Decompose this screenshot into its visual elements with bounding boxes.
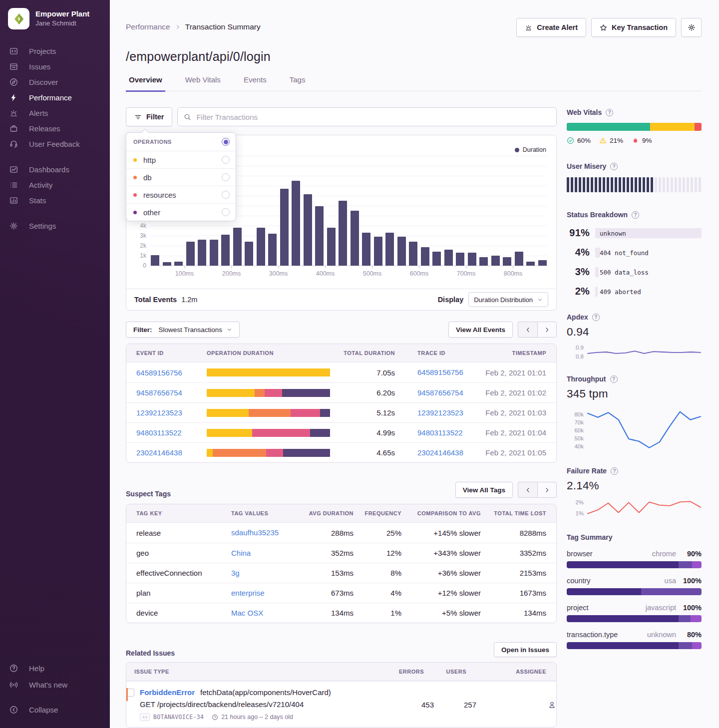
sidebar-item-performance[interactable]: Performance xyxy=(0,90,110,105)
operation-radio[interactable] xyxy=(222,191,230,199)
key-transaction-button[interactable]: Key Transaction xyxy=(591,18,676,37)
create-alert-button[interactable]: Create Alert xyxy=(516,18,586,37)
operations-option-resources[interactable]: resources xyxy=(126,186,236,203)
event-id-link[interactable]: 94803113522 xyxy=(136,428,207,437)
open-in-issues-button[interactable]: Open in Issues xyxy=(494,642,557,657)
help-icon[interactable] xyxy=(610,375,618,383)
operation-radio[interactable] xyxy=(222,173,230,181)
trace-id-link[interactable]: 12392123523 xyxy=(417,408,463,417)
histogram-bar[interactable] xyxy=(397,237,406,266)
histogram-bar[interactable] xyxy=(174,262,183,266)
trace-id-link[interactable]: 94587656754 xyxy=(417,388,463,397)
tag-summary-bar[interactable] xyxy=(567,561,702,568)
histogram-bar[interactable] xyxy=(221,235,230,266)
operations-option-http[interactable]: http xyxy=(126,151,236,168)
histogram-bar[interactable] xyxy=(198,240,206,266)
operations-dropdown-header[interactable]: OPERATIONS xyxy=(126,133,236,151)
histogram-bar[interactable] xyxy=(233,228,242,266)
histogram-bar[interactable] xyxy=(151,255,159,266)
tab-overview[interactable]: Overview xyxy=(126,75,165,92)
sidebar-item-activity[interactable]: Activity xyxy=(0,177,110,193)
settings-gear-button[interactable] xyxy=(681,18,702,37)
histogram-bar[interactable] xyxy=(327,228,336,266)
events-filter-select[interactable]: Filter: Slowest Transactions xyxy=(126,322,240,338)
sidebar-collapse-button[interactable]: Collapse xyxy=(0,702,110,718)
display-select[interactable]: Duration Distribution xyxy=(468,292,548,307)
tab-events[interactable]: Events xyxy=(241,75,270,92)
sidebar-item-issues[interactable]: Issues xyxy=(0,59,110,74)
search-input[interactable] xyxy=(196,113,550,121)
sidebar-item-help[interactable]: Help xyxy=(0,660,110,677)
histogram-bar[interactable] xyxy=(503,257,511,266)
org-switcher[interactable]: Empower Plant Jane Schmidt xyxy=(0,8,110,29)
pager-prev-button[interactable] xyxy=(518,482,537,498)
histogram-bar[interactable] xyxy=(409,242,417,266)
view-all-tags-button[interactable]: View All Tags xyxy=(455,482,513,498)
help-icon[interactable] xyxy=(610,163,618,170)
histogram-bar[interactable] xyxy=(444,250,453,266)
operations-option-other[interactable]: other xyxy=(126,203,236,221)
tag-value-link[interactable]: sdaufhu35235 xyxy=(231,528,279,537)
histogram-bar[interactable] xyxy=(479,257,488,266)
event-id-link[interactable]: 23024146438 xyxy=(136,448,207,457)
event-id-link[interactable]: 64589156756 xyxy=(136,368,207,377)
sidebar-item-user-feedback[interactable]: User Feedback xyxy=(0,136,110,152)
histogram-bar[interactable] xyxy=(351,211,359,266)
histogram-bar[interactable] xyxy=(432,252,441,266)
histogram-bar[interactable] xyxy=(515,252,523,266)
issue-error-type-link[interactable]: ForbiddenError xyxy=(140,688,195,697)
pager-next-button[interactable] xyxy=(537,322,557,338)
help-icon[interactable] xyxy=(606,109,613,116)
assignee-button[interactable] xyxy=(476,701,556,709)
sidebar-item-projects[interactable]: Projects xyxy=(0,43,110,59)
histogram-bar[interactable] xyxy=(385,233,394,266)
breadcrumb-performance[interactable]: Performance xyxy=(126,22,170,31)
histogram-bar[interactable] xyxy=(456,253,464,266)
sidebar-item-what-s-new[interactable]: What's new xyxy=(0,677,110,693)
trace-id-link[interactable]: 94803113522 xyxy=(417,428,463,437)
histogram-bar[interactable] xyxy=(280,189,289,266)
operations-all-radio[interactable] xyxy=(222,138,230,146)
operation-radio[interactable] xyxy=(222,208,230,216)
histogram-bar[interactable] xyxy=(163,262,171,266)
operations-option-db[interactable]: db xyxy=(126,168,236,186)
filter-button[interactable]: Filter xyxy=(126,107,172,126)
help-icon[interactable] xyxy=(592,314,600,321)
histogram-bar[interactable] xyxy=(186,242,195,266)
sidebar-item-discover[interactable]: Discover xyxy=(0,74,110,90)
histogram-bar[interactable] xyxy=(339,201,347,266)
histogram-bar[interactable] xyxy=(245,242,253,266)
sidebar-item-releases[interactable]: Releases xyxy=(0,121,110,136)
histogram-bar[interactable] xyxy=(304,194,312,266)
tag-summary-bar[interactable] xyxy=(567,642,702,649)
tag-value-link[interactable]: 3g xyxy=(231,569,240,577)
histogram-bar[interactable] xyxy=(468,253,476,266)
trace-id-link[interactable]: 23024146438 xyxy=(417,448,463,457)
histogram-bar[interactable] xyxy=(421,247,429,266)
pager-prev-button[interactable] xyxy=(518,322,537,338)
tag-value-link[interactable]: Mac OSX xyxy=(231,609,263,617)
histogram-bar[interactable] xyxy=(292,181,300,266)
histogram-bar[interactable] xyxy=(491,256,500,266)
sidebar-item-alerts[interactable]: Alerts xyxy=(0,105,110,121)
histogram-bar[interactable] xyxy=(257,228,265,266)
operation-radio[interactable] xyxy=(222,156,230,164)
tag-summary-bar[interactable] xyxy=(567,615,702,622)
view-all-events-button[interactable]: View All Events xyxy=(448,322,513,338)
histogram-bar[interactable] xyxy=(268,234,277,266)
help-icon[interactable] xyxy=(632,211,639,219)
tab-web-vitals[interactable]: Web Vitals xyxy=(182,75,224,92)
tag-summary-bar[interactable] xyxy=(567,588,702,595)
help-icon[interactable] xyxy=(611,467,618,475)
sidebar-item-settings[interactable]: Settings xyxy=(0,218,110,234)
sidebar-item-dashboards[interactable]: Dashboards xyxy=(0,162,110,177)
tab-tags[interactable]: Tags xyxy=(287,75,309,92)
histogram-bar[interactable] xyxy=(362,233,370,266)
sidebar-item-stats[interactable]: Stats xyxy=(0,193,110,208)
histogram-bar[interactable] xyxy=(374,237,382,266)
trace-id-link[interactable]: 64589156756 xyxy=(417,368,463,376)
tag-value-link[interactable]: China xyxy=(231,549,251,557)
histogram-bar[interactable] xyxy=(210,240,218,266)
event-id-link[interactable]: 12392123523 xyxy=(136,408,207,417)
histogram-bar[interactable] xyxy=(526,262,535,266)
